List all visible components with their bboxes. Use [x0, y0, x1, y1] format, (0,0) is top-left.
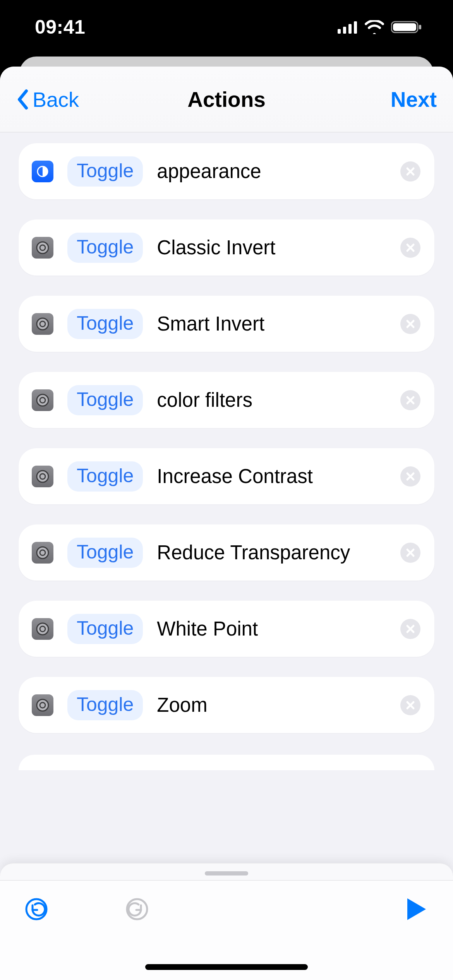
- chevron-left-icon: [16, 89, 29, 110]
- drawer-grabber[interactable]: [205, 871, 248, 875]
- home-indicator[interactable]: [145, 964, 308, 970]
- close-icon: [406, 396, 415, 405]
- actions-list[interactable]: Toggle appearance Toggle Classic Invert: [0, 132, 453, 980]
- close-icon: [406, 243, 415, 252]
- status-bar: 09:41: [0, 0, 453, 54]
- action-name: Reduce Transparency: [157, 541, 386, 564]
- svg-point-20: [37, 699, 48, 711]
- remove-action-button[interactable]: [400, 619, 420, 639]
- toggle-chip[interactable]: Toggle: [67, 690, 143, 720]
- action-card[interactable]: Toggle color filters: [19, 372, 434, 428]
- toggle-chip[interactable]: Toggle: [67, 385, 143, 415]
- remove-action-button[interactable]: [400, 238, 420, 258]
- next-button[interactable]: Next: [391, 87, 437, 112]
- svg-rect-3: [354, 21, 357, 34]
- action-card-next[interactable]: [19, 755, 434, 770]
- svg-rect-0: [338, 29, 341, 34]
- status-indicators: [338, 20, 422, 34]
- svg-point-14: [37, 471, 48, 482]
- svg-point-10: [37, 318, 48, 330]
- remove-action-button[interactable]: [400, 466, 420, 487]
- redo-icon: [125, 897, 149, 922]
- redo-button[interactable]: [125, 897, 149, 922]
- back-button[interactable]: Back: [16, 87, 79, 111]
- svg-rect-1: [343, 27, 346, 34]
- action-name: White Point: [157, 617, 386, 640]
- action-name: color filters: [157, 389, 386, 411]
- toggle-chip[interactable]: Toggle: [67, 461, 143, 492]
- action-card[interactable]: Toggle Classic Invert: [19, 219, 434, 276]
- remove-action-button[interactable]: [400, 161, 420, 182]
- action-card[interactable]: Toggle Zoom: [19, 677, 434, 733]
- toggle-chip[interactable]: Toggle: [67, 614, 143, 644]
- settings-app-icon: [32, 618, 53, 640]
- settings-app-icon: [32, 389, 53, 411]
- battery-icon: [391, 20, 422, 34]
- close-icon: [406, 167, 415, 176]
- modal-sheet: Back Actions Next Toggle appearance: [0, 67, 453, 980]
- remove-action-button[interactable]: [400, 543, 420, 563]
- settings-app-icon: [32, 313, 53, 335]
- run-button[interactable]: [404, 897, 429, 922]
- settings-app-icon: [32, 466, 53, 487]
- close-icon: [406, 319, 415, 329]
- action-name: Smart Invert: [157, 312, 386, 335]
- close-icon: [406, 548, 415, 557]
- svg-point-8: [37, 242, 48, 254]
- svg-point-16: [37, 547, 48, 559]
- toggle-chip[interactable]: Toggle: [67, 538, 143, 568]
- remove-action-button[interactable]: [400, 390, 420, 410]
- wifi-icon: [365, 20, 384, 34]
- svg-rect-2: [348, 24, 352, 34]
- action-card[interactable]: Toggle Smart Invert: [19, 296, 434, 352]
- action-card[interactable]: Toggle appearance: [19, 143, 434, 199]
- action-name: appearance: [157, 160, 386, 183]
- toggle-chip[interactable]: Toggle: [67, 156, 143, 187]
- action-name: Classic Invert: [157, 236, 386, 259]
- status-time: 09:41: [35, 16, 85, 38]
- settings-app-icon: [32, 237, 53, 259]
- svg-rect-6: [419, 25, 421, 29]
- close-icon: [406, 624, 415, 634]
- action-name: Increase Contrast: [157, 465, 386, 488]
- action-card[interactable]: Toggle White Point: [19, 601, 434, 657]
- display-settings-icon: [32, 161, 53, 182]
- play-icon: [405, 897, 428, 922]
- close-icon: [406, 701, 415, 710]
- toggle-chip[interactable]: Toggle: [67, 233, 143, 263]
- svg-rect-5: [393, 23, 416, 31]
- remove-action-button[interactable]: [400, 695, 420, 715]
- remove-action-button[interactable]: [400, 314, 420, 334]
- close-icon: [406, 472, 415, 481]
- svg-point-12: [37, 394, 48, 406]
- action-card[interactable]: Toggle Reduce Transparency: [19, 524, 434, 581]
- back-label: Back: [33, 87, 79, 111]
- settings-app-icon: [32, 694, 53, 716]
- svg-point-18: [37, 623, 48, 635]
- settings-app-icon: [32, 542, 53, 564]
- action-name: Zoom: [157, 694, 386, 716]
- nav-bar: Back Actions Next: [0, 67, 453, 132]
- action-card[interactable]: Toggle Increase Contrast: [19, 448, 434, 504]
- cellular-icon: [338, 21, 358, 34]
- undo-icon: [24, 897, 49, 922]
- undo-button[interactable]: [24, 897, 49, 922]
- toggle-chip[interactable]: Toggle: [67, 309, 143, 339]
